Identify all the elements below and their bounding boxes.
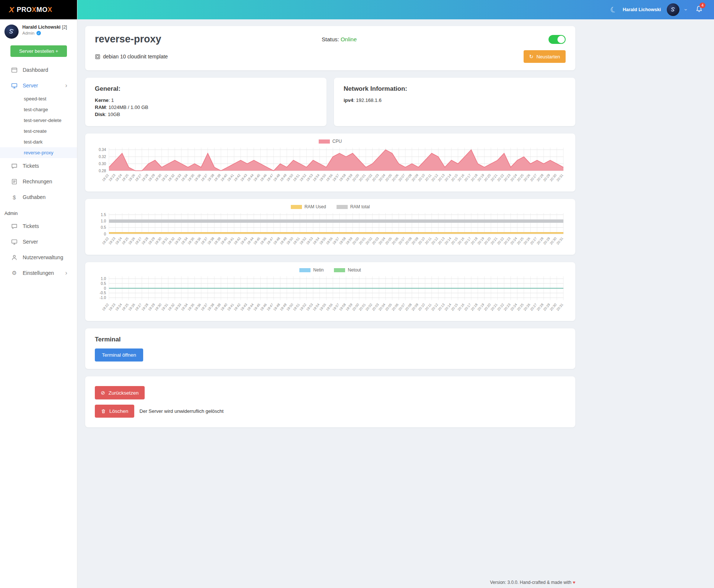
svg-text:-0.5: -0.5 [100, 291, 106, 295]
svg-text:20:02: 20:02 [365, 303, 373, 312]
svg-text:20:03: 20:03 [372, 237, 380, 245]
svg-text:19:40: 19:40 [220, 173, 228, 182]
svg-text:19:23: 19:23 [108, 237, 116, 245]
legend-item[interactable]: CPU [319, 139, 342, 144]
sidebar-subitem-test-server-delete[interactable]: test-server-delete [0, 115, 77, 126]
svg-text:20:31: 20:31 [556, 173, 564, 182]
svg-text:20:29: 20:29 [543, 237, 551, 245]
legend-item[interactable]: Netin [299, 267, 324, 273]
admin-item-nutzerverwaltung[interactable]: Nutzerverwaltung [0, 250, 77, 265]
svg-text:20:00: 20:00 [351, 237, 360, 245]
restart-button[interactable]: ↻Neustarten [524, 50, 566, 63]
svg-text:19:59: 19:59 [345, 173, 353, 182]
ban-icon: ⊘ [101, 390, 105, 396]
svg-text:19:22: 19:22 [101, 303, 109, 312]
topbar-avatar[interactable] [667, 3, 679, 16]
svg-text:19:24: 19:24 [115, 237, 123, 245]
svg-text:20:26: 20:26 [523, 237, 531, 245]
sidebar-subitem-test-charge[interactable]: test-charge [0, 104, 77, 115]
sidebar-item-guthaben[interactable]: $ Guthaben [0, 189, 77, 205]
network-card: Network Information: ipv4: 192.168.1.6 [334, 78, 575, 126]
dark-mode-moon-icon[interactable]: ☾ [609, 4, 618, 15]
admin-item-tickets[interactable]: Tickets [0, 218, 77, 234]
svg-text:20:29: 20:29 [543, 173, 551, 182]
server-status: Status: Online [322, 36, 549, 42]
svg-text:19:25: 19:25 [121, 303, 129, 312]
svg-text:20:24: 20:24 [509, 237, 518, 245]
svg-text:20:13: 20:13 [437, 173, 446, 182]
chevron-down-icon[interactable]: › [684, 9, 689, 11]
svg-text:20:12: 20:12 [431, 173, 439, 182]
svg-text:20:22: 20:22 [496, 237, 505, 245]
svg-text:19:49: 19:49 [279, 237, 287, 245]
dashboard-icon [11, 67, 17, 73]
notifications-button[interactable]: 4 [695, 5, 703, 14]
svg-text:19:23: 19:23 [108, 303, 116, 312]
svg-text:20:20: 20:20 [483, 237, 492, 245]
svg-text:20:12: 20:12 [431, 303, 439, 312]
svg-text:19:53: 19:53 [305, 237, 313, 245]
admin-menu: Tickets Server Nutzerverwaltung ⚙ Einste… [0, 218, 77, 281]
svg-text:19:32: 19:32 [167, 237, 175, 245]
legend-item[interactable]: RAM Used [291, 204, 326, 209]
ram-chart-legend: RAM UsedRAM total [92, 204, 569, 209]
sidebar-subitem-reverse-proxy[interactable]: reverse-proxy [0, 147, 77, 158]
svg-text:20:29: 20:29 [543, 303, 551, 312]
svg-text:0.5: 0.5 [101, 225, 106, 229]
heart-icon: ♥ [573, 580, 575, 585]
svg-text:1.0: 1.0 [101, 219, 106, 223]
delete-button[interactable]: Löschen [95, 405, 134, 418]
svg-text:20:11: 20:11 [424, 303, 432, 311]
svg-text:20:01: 20:01 [358, 303, 366, 312]
svg-text:20:04: 20:04 [378, 173, 386, 182]
svg-text:19:36: 19:36 [193, 173, 202, 182]
sidebar-item-dashboard[interactable]: Dashboard [0, 62, 77, 78]
svg-text:20:13: 20:13 [437, 303, 446, 312]
svg-text:19:34: 19:34 [180, 173, 189, 182]
svg-text:19:37: 19:37 [200, 303, 208, 312]
svg-text:19:27: 19:27 [134, 303, 142, 312]
server-header-card: reverse-proxy Status: Online debian 10 c… [85, 26, 575, 70]
footer: Version: 3.0.0. Hand-crafted & made with… [85, 580, 575, 588]
svg-text:19:53: 19:53 [305, 173, 313, 182]
admin-item-server[interactable]: Server [0, 234, 77, 250]
sidebar-subitem-test-dark[interactable]: test-dark [0, 136, 77, 147]
general-kerne-row: Kerne: 1 [95, 97, 317, 103]
svg-text:20:30: 20:30 [549, 303, 557, 312]
legend-item[interactable]: Netout [334, 267, 361, 273]
sidebar-user-meta: Harald Lichowski[2] Admin✓ [22, 25, 67, 35]
sidebar-item-server[interactable]: Server › [0, 78, 77, 93]
sidebar-menu: Dashboard Server › speed-test test-charg… [0, 62, 77, 205]
open-terminal-button[interactable]: Terminal öffnen [95, 348, 143, 362]
svg-text:19:31: 19:31 [161, 173, 169, 182]
svg-text:20:03: 20:03 [372, 173, 380, 182]
svg-text:20:26: 20:26 [523, 303, 531, 312]
svg-text:19:57: 19:57 [332, 237, 340, 245]
legend-item[interactable]: RAM total [337, 204, 370, 209]
svg-text:20:09: 20:09 [411, 303, 419, 312]
refresh-icon: ↻ [529, 54, 534, 60]
svg-text:19:46: 19:46 [259, 173, 267, 182]
sidebar-subitem-speed-test[interactable]: speed-test [0, 93, 77, 104]
svg-text:19:52: 19:52 [299, 303, 307, 312]
power-toggle[interactable] [549, 35, 566, 44]
sidebar-item-rechnungen[interactable]: Rechnungen [0, 174, 77, 189]
svg-text:19:37: 19:37 [200, 173, 208, 182]
sidebar-item-tickets[interactable]: Tickets [0, 158, 77, 174]
proxmox-logo[interactable]: X PROXMOX [0, 0, 77, 19]
svg-text:19:46: 19:46 [259, 303, 267, 312]
cpu-chart-legend: CPU [92, 139, 569, 144]
legend-label: RAM total [350, 204, 370, 209]
svg-text:20:21: 20:21 [490, 237, 498, 245]
svg-text:19:26: 19:26 [128, 303, 136, 312]
svg-text:20:27: 20:27 [530, 173, 538, 182]
sidebar-subitem-test-create[interactable]: test-create [0, 126, 77, 136]
svg-text:20:04: 20:04 [378, 237, 386, 245]
svg-text:19:55: 19:55 [319, 303, 327, 312]
svg-text:20:15: 20:15 [450, 303, 459, 312]
svg-text:20:24: 20:24 [509, 173, 518, 182]
notification-count-badge: 4 [699, 3, 705, 8]
order-server-button[interactable]: Server bestellen + [10, 45, 67, 57]
reset-button[interactable]: ⊘Zurücksetzen [95, 386, 145, 399]
admin-item-einstellungen[interactable]: ⚙ Einstellungen › [0, 265, 77, 281]
